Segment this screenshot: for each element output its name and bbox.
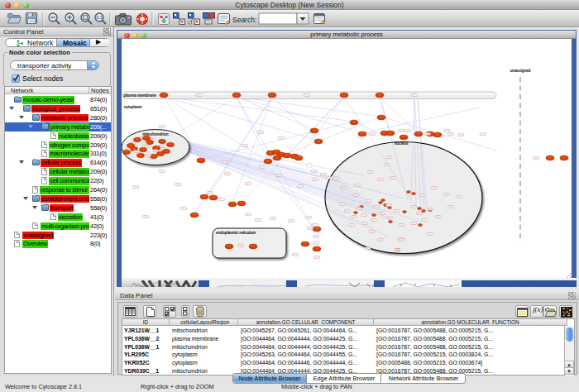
svg-text:nucleus: nucleus [395, 141, 409, 146]
svg-text:cytoplasm: cytoplasm [124, 105, 142, 109]
svg-text:plasma membrane: plasma membrane [124, 93, 157, 98]
svg-text:endoplasmic reticulum: endoplasmic reticulum [216, 231, 256, 235]
svg-text:mitochondrion: mitochondrion [143, 132, 169, 136]
svg-text:unassigned: unassigned [510, 69, 531, 73]
svg-text:Search:: Search: [232, 16, 256, 24]
svg-text:1:1: 1:1 [96, 15, 103, 20]
